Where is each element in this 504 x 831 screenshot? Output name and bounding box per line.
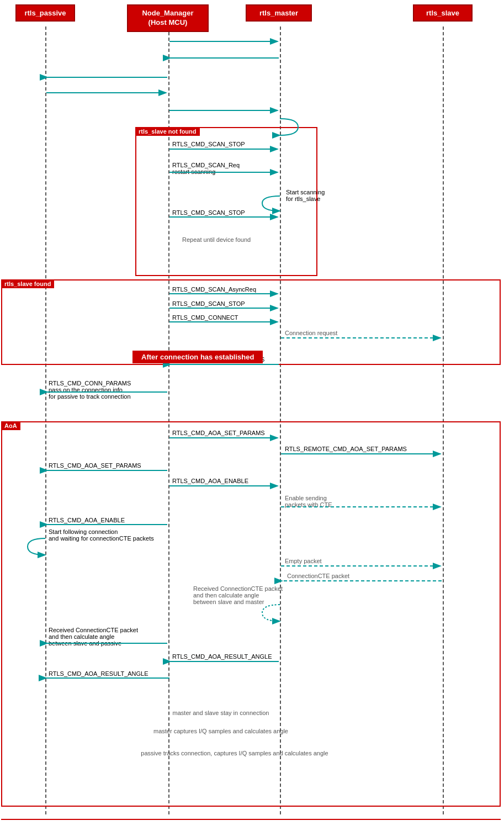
frame-aoa-label: AoA: [1, 421, 20, 430]
frame-found-label: rtls_slave found: [1, 279, 54, 288]
sequence-diagram: rtls_passive Node_Manager(Host MCU) rtls…: [0, 0, 504, 831]
participant-node-manager: Node_Manager(Host MCU): [127, 4, 209, 32]
participant-slave: rtls_slave: [413, 4, 473, 22]
frame-not-found: rtls_slave not found: [135, 127, 317, 276]
bottom-border: [1, 819, 501, 820]
after-conn-banner: After connection has established: [132, 351, 263, 363]
frame-not-found-label: rtls_slave not found: [135, 127, 200, 136]
participant-master: rtls_master: [246, 4, 312, 22]
label-conn-params2: RTLS_CMD_CONN_PARAMSpass on the connecti…: [49, 380, 131, 400]
participant-passive: rtls_passive: [15, 4, 75, 22]
frame-aoa: AoA: [1, 421, 501, 807]
